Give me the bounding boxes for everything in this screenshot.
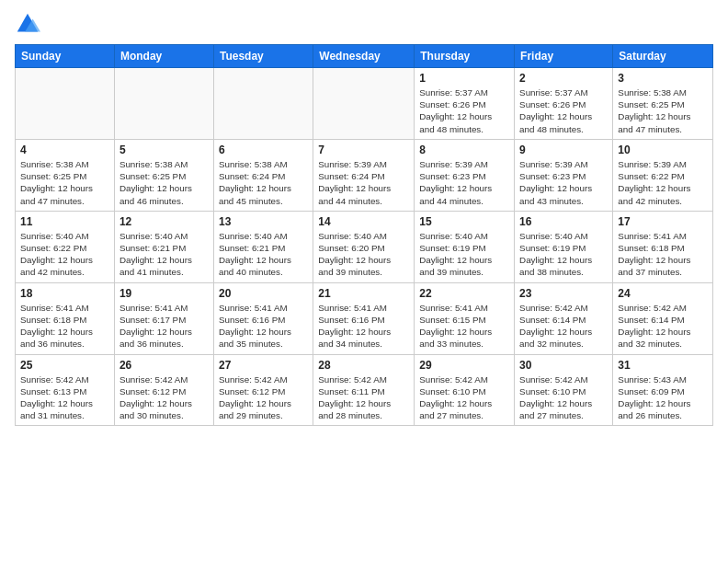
day-cell: 31Sunrise: 5:43 AM Sunset: 6:09 PM Dayli… <box>613 354 713 426</box>
week-row-1: 4Sunrise: 5:38 AM Sunset: 6:25 PM Daylig… <box>16 139 713 211</box>
day-info: Sunrise: 5:39 AM Sunset: 6:22 PM Dayligh… <box>618 158 708 207</box>
day-number: 29 <box>419 359 509 372</box>
day-info: Sunrise: 5:40 AM Sunset: 6:19 PM Dayligh… <box>519 230 608 279</box>
day-cell <box>114 68 213 140</box>
day-number: 26 <box>119 359 209 372</box>
week-row-3: 18Sunrise: 5:41 AM Sunset: 6:18 PM Dayli… <box>16 282 713 354</box>
day-number: 27 <box>219 359 308 372</box>
day-cell: 30Sunrise: 5:42 AM Sunset: 6:10 PM Dayli… <box>515 354 613 426</box>
day-number: 23 <box>519 287 608 300</box>
day-number: 7 <box>318 144 409 156</box>
day-number: 20 <box>219 287 308 300</box>
day-cell: 22Sunrise: 5:41 AM Sunset: 6:15 PM Dayli… <box>415 282 515 354</box>
day-info: Sunrise: 5:38 AM Sunset: 6:25 PM Dayligh… <box>119 158 209 207</box>
day-number: 19 <box>119 287 209 300</box>
day-cell: 9Sunrise: 5:39 AM Sunset: 6:23 PM Daylig… <box>515 139 613 211</box>
day-info: Sunrise: 5:41 AM Sunset: 6:18 PM Dayligh… <box>618 230 708 279</box>
day-number: 21 <box>318 287 409 300</box>
day-info: Sunrise: 5:39 AM Sunset: 6:24 PM Dayligh… <box>318 158 409 207</box>
day-number: 4 <box>20 144 109 156</box>
day-info: Sunrise: 5:41 AM Sunset: 6:17 PM Dayligh… <box>119 302 209 350</box>
day-cell: 6Sunrise: 5:38 AM Sunset: 6:24 PM Daylig… <box>213 139 313 211</box>
week-row-2: 11Sunrise: 5:40 AM Sunset: 6:22 PM Dayli… <box>16 211 713 282</box>
day-number: 1 <box>419 72 509 85</box>
day-number: 15 <box>419 215 509 228</box>
day-info: Sunrise: 5:37 AM Sunset: 6:26 PM Dayligh… <box>519 86 608 135</box>
day-cell: 23Sunrise: 5:42 AM Sunset: 6:14 PM Dayli… <box>515 282 613 354</box>
day-cell: 13Sunrise: 5:40 AM Sunset: 6:21 PM Dayli… <box>213 211 313 282</box>
week-row-4: 25Sunrise: 5:42 AM Sunset: 6:13 PM Dayli… <box>16 354 713 426</box>
day-info: Sunrise: 5:42 AM Sunset: 6:13 PM Dayligh… <box>20 373 109 422</box>
day-number: 14 <box>318 215 409 228</box>
day-cell: 17Sunrise: 5:41 AM Sunset: 6:18 PM Dayli… <box>613 211 713 282</box>
logo <box>15 11 44 37</box>
day-number: 11 <box>20 215 109 228</box>
day-number: 30 <box>519 359 608 372</box>
weekday-friday: Friday <box>515 45 613 68</box>
day-cell <box>313 68 415 140</box>
day-cell: 12Sunrise: 5:40 AM Sunset: 6:21 PM Dayli… <box>114 211 213 282</box>
day-info: Sunrise: 5:41 AM Sunset: 6:15 PM Dayligh… <box>419 302 509 350</box>
day-cell: 8Sunrise: 5:39 AM Sunset: 6:23 PM Daylig… <box>415 139 515 211</box>
day-cell: 25Sunrise: 5:42 AM Sunset: 6:13 PM Dayli… <box>16 354 115 426</box>
day-info: Sunrise: 5:43 AM Sunset: 6:09 PM Dayligh… <box>618 373 708 422</box>
day-cell: 18Sunrise: 5:41 AM Sunset: 6:18 PM Dayli… <box>16 282 115 354</box>
day-cell: 5Sunrise: 5:38 AM Sunset: 6:25 PM Daylig… <box>114 139 213 211</box>
day-cell: 19Sunrise: 5:41 AM Sunset: 6:17 PM Dayli… <box>114 282 213 354</box>
day-number: 17 <box>618 215 708 228</box>
day-cell: 16Sunrise: 5:40 AM Sunset: 6:19 PM Dayli… <box>515 211 613 282</box>
week-row-0: 1Sunrise: 5:37 AM Sunset: 6:26 PM Daylig… <box>16 68 713 140</box>
day-cell: 24Sunrise: 5:42 AM Sunset: 6:14 PM Dayli… <box>613 282 713 354</box>
weekday-saturday: Saturday <box>613 45 713 68</box>
day-cell: 14Sunrise: 5:40 AM Sunset: 6:20 PM Dayli… <box>313 211 415 282</box>
day-number: 25 <box>20 359 109 372</box>
day-info: Sunrise: 5:40 AM Sunset: 6:21 PM Dayligh… <box>219 230 308 279</box>
day-number: 28 <box>318 359 409 372</box>
weekday-sunday: Sunday <box>16 45 115 68</box>
weekday-wednesday: Wednesday <box>313 45 415 68</box>
day-info: Sunrise: 5:42 AM Sunset: 6:10 PM Dayligh… <box>419 373 509 422</box>
day-number: 22 <box>419 287 509 300</box>
day-info: Sunrise: 5:39 AM Sunset: 6:23 PM Dayligh… <box>419 158 509 207</box>
day-number: 6 <box>219 144 308 156</box>
day-cell: 15Sunrise: 5:40 AM Sunset: 6:19 PM Dayli… <box>415 211 515 282</box>
day-cell: 2Sunrise: 5:37 AM Sunset: 6:26 PM Daylig… <box>515 68 613 140</box>
day-number: 8 <box>419 144 509 156</box>
weekday-header-row: SundayMondayTuesdayWednesdayThursdayFrid… <box>16 45 713 68</box>
day-number: 9 <box>519 144 608 156</box>
day-number: 24 <box>618 287 708 300</box>
day-cell: 10Sunrise: 5:39 AM Sunset: 6:22 PM Dayli… <box>613 139 713 211</box>
day-cell: 4Sunrise: 5:38 AM Sunset: 6:25 PM Daylig… <box>16 139 115 211</box>
day-info: Sunrise: 5:40 AM Sunset: 6:22 PM Dayligh… <box>20 230 109 279</box>
day-number: 16 <box>519 215 608 228</box>
day-number: 10 <box>618 144 708 156</box>
day-info: Sunrise: 5:42 AM Sunset: 6:11 PM Dayligh… <box>318 373 409 422</box>
day-cell: 29Sunrise: 5:42 AM Sunset: 6:10 PM Dayli… <box>415 354 515 426</box>
day-info: Sunrise: 5:38 AM Sunset: 6:25 PM Dayligh… <box>618 86 708 135</box>
day-info: Sunrise: 5:42 AM Sunset: 6:14 PM Dayligh… <box>618 302 708 350</box>
day-number: 2 <box>519 72 608 85</box>
day-info: Sunrise: 5:41 AM Sunset: 6:16 PM Dayligh… <box>219 302 308 350</box>
day-cell: 20Sunrise: 5:41 AM Sunset: 6:16 PM Dayli… <box>213 282 313 354</box>
day-number: 31 <box>618 359 708 372</box>
day-number: 3 <box>618 72 708 85</box>
day-cell: 21Sunrise: 5:41 AM Sunset: 6:16 PM Dayli… <box>313 282 415 354</box>
logo-icon <box>15 11 40 37</box>
day-info: Sunrise: 5:40 AM Sunset: 6:19 PM Dayligh… <box>419 230 509 279</box>
day-cell <box>16 68 115 140</box>
day-cell: 7Sunrise: 5:39 AM Sunset: 6:24 PM Daylig… <box>313 139 415 211</box>
day-number: 5 <box>119 144 209 156</box>
day-cell: 1Sunrise: 5:37 AM Sunset: 6:26 PM Daylig… <box>415 68 515 140</box>
header <box>15 11 713 37</box>
day-info: Sunrise: 5:38 AM Sunset: 6:25 PM Dayligh… <box>20 158 109 207</box>
day-info: Sunrise: 5:39 AM Sunset: 6:23 PM Dayligh… <box>519 158 608 207</box>
weekday-thursday: Thursday <box>415 45 515 68</box>
day-cell: 11Sunrise: 5:40 AM Sunset: 6:22 PM Dayli… <box>16 211 115 282</box>
weekday-tuesday: Tuesday <box>213 45 313 68</box>
day-info: Sunrise: 5:40 AM Sunset: 6:20 PM Dayligh… <box>318 230 409 279</box>
weekday-monday: Monday <box>114 45 213 68</box>
day-info: Sunrise: 5:42 AM Sunset: 6:12 PM Dayligh… <box>119 373 209 422</box>
day-cell: 26Sunrise: 5:42 AM Sunset: 6:12 PM Dayli… <box>114 354 213 426</box>
day-info: Sunrise: 5:38 AM Sunset: 6:24 PM Dayligh… <box>219 158 308 207</box>
day-cell: 28Sunrise: 5:42 AM Sunset: 6:11 PM Dayli… <box>313 354 415 426</box>
